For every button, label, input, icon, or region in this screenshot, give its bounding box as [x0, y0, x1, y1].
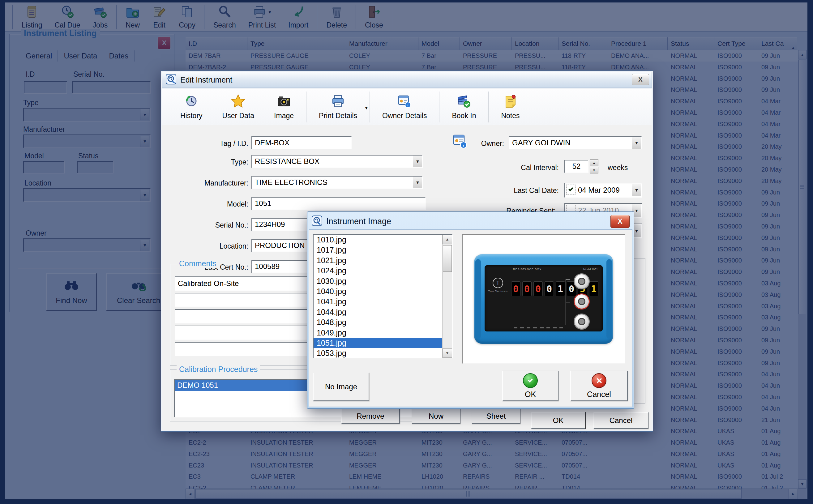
horizontal-scroll-thumb[interactable] [195, 489, 742, 499]
file-item[interactable]: 1049.jpg [314, 328, 443, 338]
file-item[interactable]: 1010.jpg [314, 235, 443, 245]
file-item[interactable]: 1030.jpg [314, 276, 443, 286]
toolbar-button-import[interactable]: Import [282, 3, 315, 31]
image-dialog-close-button[interactable]: X [610, 215, 630, 228]
chevron-down-icon[interactable]: ▼ [413, 156, 422, 167]
toolbar-button-print-list[interactable]: ▼Print List [242, 3, 282, 31]
toolbar-button-new[interactable]: New [119, 3, 146, 31]
cancel-button[interactable]: Cancel [593, 412, 648, 429]
edit-toolbar-button-notes[interactable]: Notes [491, 94, 529, 120]
column-header-model[interactable]: Model [418, 37, 460, 50]
chevron-down-icon[interactable]: ▼ [632, 137, 641, 149]
serial-input[interactable] [72, 81, 151, 94]
toolbar-button-listing[interactable]: Listing [15, 3, 48, 31]
file-item[interactable]: 1048.jpg [314, 317, 443, 327]
type-select[interactable]: RESISTANCE BOX [251, 155, 423, 168]
table-row[interactable]: EC3CLAMP METERLEM HEMELH1020REPAIRSREPAI… [186, 471, 807, 482]
chevron-down-icon[interactable]: ▼ [364, 106, 368, 110]
column-header-type[interactable]: Type [247, 37, 346, 50]
scroll-up-icon[interactable]: ▲ [798, 50, 807, 59]
edit-toolbar-button-book-in[interactable]: Book In [442, 94, 486, 120]
last-cal-checkbox[interactable] [566, 185, 576, 194]
type-select[interactable]: ▼ [23, 108, 151, 122]
tab-dates[interactable]: Dates [103, 50, 135, 62]
image-file-list[interactable]: ▲ ▼ 1010.jpg1017.jpg1021.jpg1024.jpg1030… [313, 234, 453, 358]
ok-button[interactable]: OK [502, 371, 558, 401]
now-button[interactable]: Now [412, 408, 460, 424]
chevron-down-icon[interactable]: ▼ [268, 10, 272, 15]
toolbar-button-cal-due[interactable]: Cal Due [48, 3, 86, 31]
model-input[interactable] [23, 161, 65, 173]
scroll-down-icon[interactable]: ▼ [798, 479, 807, 489]
image-dialog-titlebar[interactable]: Instrument Image X [309, 213, 632, 229]
location-select[interactable]: ▼ [23, 188, 151, 202]
column-header-status[interactable]: Status [668, 37, 714, 50]
edit-toolbar-button-print-details[interactable]: ▼Print Details [309, 94, 367, 120]
file-item[interactable]: 1044.jpg [314, 307, 443, 317]
sheet-button[interactable]: Sheet [472, 408, 520, 424]
column-header-cert-type[interactable]: Cert Type [714, 37, 758, 50]
column-header-manufacturer[interactable]: Manufacturer [346, 37, 418, 50]
manufacturer-select[interactable]: TIME ELECTRONICS [251, 176, 423, 189]
table-row[interactable]: EC2-23INSULATION TESTERMEGGERMIT230GARY … [186, 448, 807, 460]
toolbar-button-copy[interactable]: Copy [173, 3, 202, 31]
file-item[interactable]: 1051.jpg [314, 338, 443, 348]
manufacturer-select[interactable]: ▼ [23, 135, 151, 148]
table-row[interactable]: EC2-2INSULATION TESTERMEGGERMIT230GARY G… [186, 437, 807, 448]
toolbar-button-search[interactable]: Search [207, 3, 242, 31]
table-row[interactable]: DEM-7BARPRESSURE GAUGECOLEY7 BarPRESSURE… [186, 50, 807, 62]
column-header-procedure-1[interactable]: Procedure 1 [608, 37, 668, 50]
chevron-down-icon[interactable]: ▼ [413, 177, 422, 188]
chevron-down-icon[interactable]: ▼ [632, 184, 641, 196]
tab-user-data[interactable]: User Data [58, 50, 103, 62]
column-header-serial-no-[interactable]: Serial No. [558, 37, 608, 50]
panel-close-button[interactable]: X [157, 36, 171, 50]
scroll-right-icon[interactable]: ► [789, 489, 798, 499]
tab-general[interactable]: General [20, 50, 58, 62]
find-now-button[interactable]: Find Now [46, 273, 97, 311]
scroll-left-icon[interactable]: ◄ [186, 489, 195, 499]
owner-select[interactable]: GARY GOLDWIN [509, 136, 642, 149]
id-input[interactable] [24, 81, 67, 94]
chevron-down-icon[interactable]: ▼ [140, 190, 149, 201]
edit-toolbar-button-owner-details[interactable]: iOwner Details [372, 94, 437, 120]
file-item[interactable]: 1021.jpg [314, 255, 443, 266]
scroll-up-icon[interactable]: ▲ [443, 235, 452, 244]
table-row[interactable]: EC3-2CLAMP METERLEM HEMELH1020REPAIRSREP… [186, 482, 807, 489]
chevron-down-icon[interactable]: ▼ [140, 136, 149, 147]
chevron-down-icon[interactable]: ▼ [140, 109, 149, 120]
edit-dialog-titlebar[interactable]: Edit Instrument X [162, 72, 652, 88]
vertical-scrollbar[interactable]: ▲ ▼ [798, 50, 807, 489]
horizontal-scrollbar[interactable]: ◄ ► [186, 489, 798, 499]
file-list-scrollbar[interactable]: ▲ ▼ [442, 235, 452, 358]
status-input[interactable] [77, 161, 113, 173]
edit-dialog-close-button[interactable]: X [632, 74, 649, 85]
vertical-scroll-thumb[interactable] [798, 60, 806, 314]
file-item[interactable]: 1041.jpg [314, 297, 443, 307]
edit-toolbar-button-user-data[interactable]: User Data [212, 94, 264, 120]
no-image-button[interactable]: No Image [313, 373, 369, 401]
table-row[interactable]: EC23INSULATION TESTERMEGGERMIT230GARY G.… [186, 460, 807, 471]
edit-toolbar-button-history[interactable]: History [170, 94, 212, 120]
column-header-owner[interactable]: Owner [460, 37, 512, 50]
column-header-location[interactable]: Location [512, 37, 558, 50]
chevron-down-icon[interactable]: ▼ [140, 240, 149, 251]
file-item[interactable]: 1053.jpg [314, 348, 443, 358]
owner-select[interactable]: ▼ [23, 238, 151, 252]
toolbar-button-delete[interactable]: Delete [320, 3, 353, 31]
file-scroll-thumb[interactable] [443, 245, 452, 272]
file-item[interactable]: 1040.jpg [314, 286, 443, 297]
spin-down-icon[interactable]: ▼ [590, 167, 598, 173]
file-item[interactable]: 1017.jpg [314, 245, 443, 255]
toolbar-button-close[interactable]: Close [359, 3, 389, 31]
cal-interval-input[interactable]: 52 [564, 160, 588, 173]
file-item[interactable]: 1024.jpg [314, 266, 443, 276]
column-header-last-ca[interactable]: Last Ca▲ [758, 37, 797, 50]
toolbar-button-jobs[interactable]: Jobs [87, 3, 114, 31]
remove-button[interactable]: Remove [341, 408, 400, 424]
tag-input[interactable]: DEM-BOX [251, 136, 352, 149]
model-input[interactable]: 1051 [251, 197, 426, 210]
toolbar-button-edit[interactable]: Edit [146, 3, 173, 31]
column-header-i-d[interactable]: I.D [186, 37, 247, 50]
edit-toolbar-button-image[interactable]: Image [264, 94, 304, 120]
